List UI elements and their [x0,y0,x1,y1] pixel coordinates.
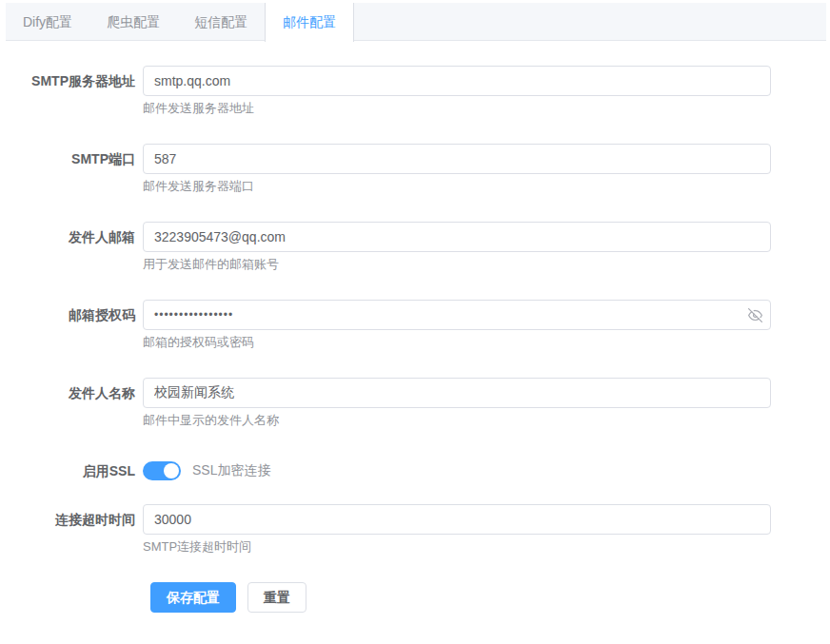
sender-email-input[interactable] [143,222,771,252]
config-tab-bar: Dify配置 爬虫配置 短信配置 邮件配置 [6,3,826,41]
smtp-port-hint: 邮件发送服务器端口 [143,178,771,195]
smtp-host-field: SMTP服务器地址 邮件发送服务器地址 [0,66,830,117]
ssl-description: SSL加密连接 [192,462,270,479]
tab-sms-config[interactable]: 短信配置 [177,3,265,40]
smtp-host-hint: 邮件发送服务器地址 [143,100,771,117]
auth-code-field: 邮箱授权码 邮箱的授权码或密码 [0,300,830,351]
tab-crawler-config[interactable]: 爬虫配置 [89,3,177,40]
timeout-field: 连接超时时间 SMTP连接超时时间 [0,504,830,556]
tab-dify-config[interactable]: Dify配置 [6,3,89,40]
save-config-button[interactable]: 保存配置 [150,582,236,613]
sender-name-field: 发件人名称 邮件中显示的发件人名称 [0,378,830,429]
sender-email-hint: 用于发送邮件的邮箱账号 [143,256,771,273]
auth-code-input[interactable] [143,300,771,330]
ssl-label: 启用SSL [0,456,143,486]
sender-email-field: 发件人邮箱 用于发送邮件的邮箱账号 [0,222,830,273]
sender-name-label: 发件人名称 [0,378,143,408]
timeout-hint: SMTP连接超时时间 [143,538,771,556]
email-config-form: SMTP服务器地址 邮件发送服务器地址 SMTP端口 邮件发送服务器端口 发件人… [0,41,830,613]
sender-name-hint: 邮件中显示的发件人名称 [143,412,771,429]
auth-code-label: 邮箱授权码 [0,300,143,330]
reset-button[interactable]: 重置 [247,582,306,613]
switch-knob [164,463,179,478]
auth-code-hint: 邮箱的授权码或密码 [143,334,771,351]
smtp-host-input[interactable] [143,66,771,96]
smtp-port-input[interactable] [143,144,771,174]
ssl-toggle-switch[interactable] [143,461,181,480]
form-actions: 保存配置 重置 [150,582,830,613]
sender-name-input[interactable] [143,378,771,408]
sender-email-label: 发件人邮箱 [0,222,143,252]
smtp-port-field: SMTP端口 邮件发送服务器端口 [0,144,830,195]
smtp-port-label: SMTP端口 [0,144,143,174]
smtp-host-label: SMTP服务器地址 [0,66,143,96]
tab-email-config[interactable]: 邮件配置 [265,3,354,42]
ssl-field: 启用SSL SSL加密连接 [0,456,830,486]
timeout-input[interactable] [143,504,771,535]
hide-eye-icon[interactable] [747,307,762,322]
timeout-label: 连接超时时间 [0,504,143,535]
